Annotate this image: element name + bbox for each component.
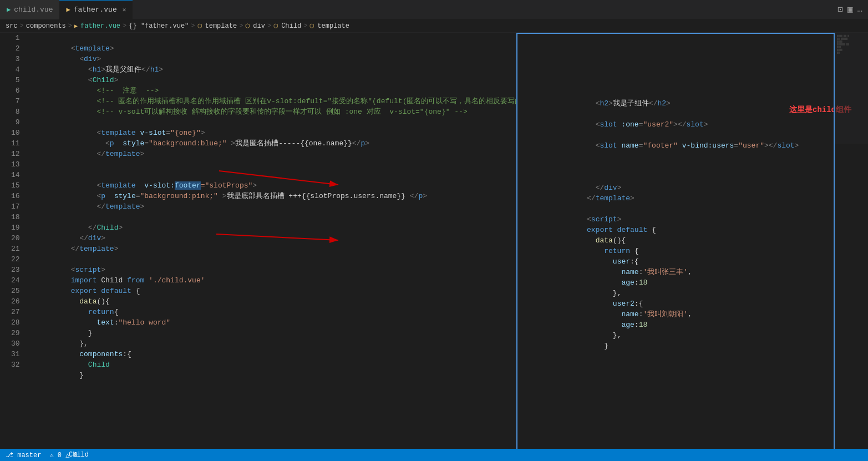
bc-obj: {} "father.vue" [129,22,189,30]
tab-father-vue[interactable]: ▶ father.vue ✕ [59,0,133,19]
code-line [28,159,516,170]
vue-icon-father: ▶ [66,6,70,14]
code-line: <script> [28,254,516,265]
status-child-label: Child [69,451,89,459]
code-line: <template v-slot="{one}"> [28,117,516,128]
minimap: ████ ██ ███ ███████████████ ███████████ [835,33,868,144]
code-lines-left: <template> <div> <h1>我是父组件</h1> <Child> [26,33,516,461]
status-bar: ⎇ master ⚠ 0 △ 0 Child [0,449,868,461]
code-line: </div> [544,172,868,183]
code-line: <slot name="footer" v-bind:users="user">… [544,130,868,140]
bc-icon-div: ⬡ [245,23,250,29]
bc-sep-7: > [303,22,307,30]
bc-icon-father: ▶ [74,23,78,29]
code-line: </Child> [28,212,516,222]
vue-icon-child: ▶ [7,6,11,14]
code-line: <template> [28,33,516,43]
tab-label-father: father.vue [74,6,117,14]
main-area: 12345 678910 1112131415 1617181920 21222… [0,33,868,461]
code-line: <h2>我是子组件</h2> [544,88,868,98]
code-line: }, [28,328,516,338]
bc-sep-1: > [20,22,24,30]
tab-label-child: child.vue [14,6,53,14]
line-numbers: 12345 678910 1112131415 1617181920 21222… [0,33,26,461]
tab-bar: ▶ child.vue ▶ father.vue ✕ ⊡ ▣ … [0,0,868,19]
code-line: components:{ [28,338,516,349]
bc-div: div [253,22,265,30]
bc-template2: template [317,22,349,30]
bc-components: components [26,22,66,30]
bc-father: father.vue [80,22,120,30]
tab-bar-actions: ⊡ ▣ … [837,4,868,15]
status-branch: ⎇ master [6,451,41,459]
breadcrumb: src > components > ▶ father.vue > {} "fa… [0,19,868,33]
bc-child: Child [281,22,301,30]
tab-child-vue[interactable]: ▶ child.vue [0,0,59,19]
editor-right[interactable]: <h2>我是子组件</h2> <slot :one="user2"></slot… [516,33,868,461]
bc-icon-template1: ⬡ [197,23,202,29]
bc-src: src [6,22,18,30]
bc-sep-5: > [239,22,243,30]
bc-sep-6: > [267,22,271,30]
bc-sep-3: > [123,22,126,30]
bc-icon-child: ⬡ [273,23,278,29]
bc-icon-template2: ⬡ [309,23,314,29]
editor-left[interactable]: 12345 678910 1112131415 1617181920 21222… [0,33,516,461]
bc-sep-2: > [68,22,72,30]
tab-close-button[interactable]: ✕ [123,6,126,13]
split-editor-icon[interactable]: ⊡ [837,4,843,15]
bc-sep-4: > [191,22,195,30]
layout-icon[interactable]: ▣ [847,4,853,15]
code-lines-right: <h2>我是子组件</h2> <slot :one="user2"></slot… [541,35,868,461]
code-line: <template v-slot:footer="slotProps"> [28,170,516,180]
code-line: <script> [544,204,868,214]
line-numbers-right [516,35,541,461]
more-icon[interactable]: … [857,4,862,14]
bc-template1: template [205,22,237,30]
